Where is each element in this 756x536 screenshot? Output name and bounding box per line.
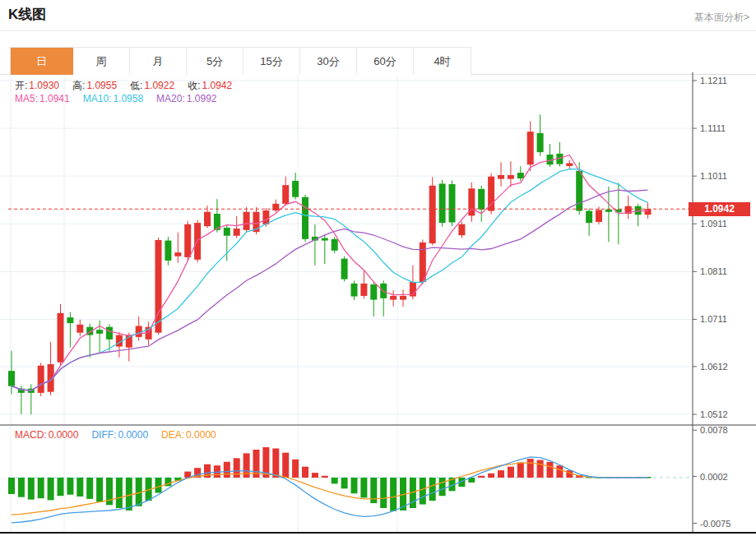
kline-page: { "header": { "title": "K线图", "link": "基… [0,0,756,536]
high-label: 高: [72,80,85,91]
candle[interactable] [86,324,93,358]
candle[interactable] [67,312,73,348]
current-price-tag: 1.0942 [689,202,750,216]
ma20-line [12,190,648,390]
candle[interactable] [302,195,308,243]
tab-day[interactable]: 日 [11,48,73,75]
ma-readout: MA5:1.0941 MA10:1.0958 MA20:1.0992 [15,93,217,104]
high-value: 1.0955 [86,80,117,91]
macd-layer [8,447,693,523]
ma5-label: MA5: [15,93,38,104]
candle[interactable] [322,234,328,264]
candle[interactable] [625,196,632,219]
dea-label: DEA: [161,429,184,441]
candle[interactable] [605,187,612,242]
candle[interactable] [508,161,514,187]
candle[interactable] [468,183,475,222]
candle[interactable] [174,233,181,263]
candle[interactable] [586,209,592,236]
candle[interactable] [243,207,250,233]
ma20-value: 1.0992 [187,93,217,104]
candle[interactable] [390,290,397,307]
diff-label: DIFF: [91,429,116,441]
tab-30min[interactable]: 30分 [300,48,357,75]
candle[interactable] [488,173,494,215]
ma10-value: 1.0958 [113,93,143,104]
candle[interactable] [400,289,406,307]
svg-text:0.0078: 0.0078 [700,425,728,435]
tab-15min[interactable]: 15分 [243,48,300,75]
svg-text:1.0612: 1.0612 [700,362,728,372]
candle[interactable] [556,142,563,167]
tab-4hour[interactable]: 4时 [414,48,471,75]
candle[interactable] [360,271,367,299]
candle[interactable] [282,177,289,206]
candle[interactable] [351,280,358,300]
open-label: 开: [15,80,27,91]
candle[interactable] [332,237,338,253]
candle[interactable] [380,280,387,317]
candle[interactable] [341,256,348,282]
candle[interactable] [478,186,485,222]
candle[interactable] [312,224,318,266]
svg-text:1.0711: 1.0711 [700,314,727,324]
ma-lines-layer [12,155,648,391]
candle[interactable] [96,321,103,353]
candle[interactable] [77,320,83,336]
axis-layer: 1.12111.11111.10111.09111.08111.07111.06… [0,72,756,533]
dea-value: 0.0000 [186,429,216,441]
macd-readout: MACD:0.0000 DIFF:0.0000 DEA:0.0000 [15,429,216,441]
svg-text:1.0911: 1.0911 [700,219,727,229]
open-value: 1.0930 [29,80,59,91]
tab-60min[interactable]: 60分 [357,48,414,75]
candle[interactable] [146,321,152,344]
svg-text:1.1211: 1.1211 [700,76,727,85]
candle[interactable] [635,204,642,226]
candle[interactable] [8,351,15,395]
ma10-line [12,169,648,391]
svg-text:1.0811: 1.0811 [700,266,727,276]
macd-value: 0.0000 [49,429,79,441]
svg-text:1.0512: 1.0512 [700,409,728,419]
svg-text:1.1011: 1.1011 [700,171,727,181]
candle[interactable] [370,282,377,317]
candle[interactable] [58,304,64,366]
candle[interactable] [48,342,54,395]
ohlc-readout: 开:1.0930 高:1.0955 低:1.0922 收:1.0942 [15,79,232,93]
candle[interactable] [116,332,123,358]
ma10-label: MA10: [83,93,112,104]
svg-text:-0.0075: -0.0075 [700,519,730,529]
candle[interactable] [38,363,44,396]
tab-week[interactable]: 周 [73,48,130,75]
candle[interactable] [537,114,544,156]
candle[interactable] [439,180,446,227]
candle[interactable] [165,237,171,266]
candle[interactable] [547,144,554,167]
candle[interactable] [136,317,142,341]
svg-text:0.0002: 0.0002 [700,472,728,482]
tab-5min[interactable]: 5分 [187,48,243,75]
candle[interactable] [498,162,504,187]
candle[interactable] [272,200,279,213]
candle[interactable] [429,177,436,245]
low-label: 低: [130,80,142,91]
close-value: 1.0942 [202,80,232,91]
candle[interactable] [234,216,240,238]
candle[interactable] [449,180,456,226]
ma5-value: 1.0941 [39,93,70,104]
timeframe-tabs: 日 周 月 5分 15分 30分 60分 4时 [10,47,471,75]
svg-text:1.1111: 1.1111 [700,123,726,133]
candle[interactable] [566,160,573,169]
macd-label: MACD: [15,429,47,441]
diff-value: 0.0000 [118,429,148,441]
low-value: 1.0922 [144,80,174,91]
close-label: 收: [188,80,200,91]
ma5-line [12,155,648,391]
tab-month[interactable]: 月 [130,48,187,75]
ma20-label: MA20: [156,93,185,104]
grid-layer [0,75,693,531]
